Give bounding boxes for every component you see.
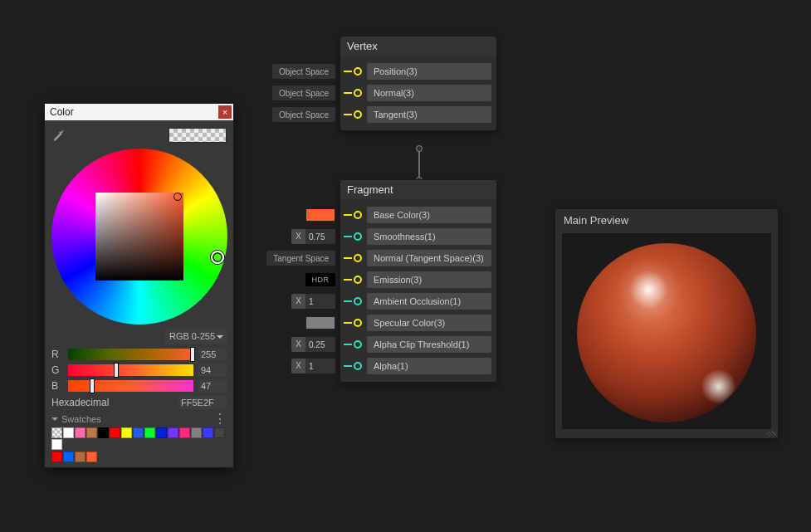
swatch[interactable]: [110, 427, 120, 438]
swatches-toggle[interactable]: Swatches: [51, 414, 101, 424]
input-label: Normal(3): [367, 85, 491, 101]
swatch[interactable]: [75, 427, 85, 438]
swatch[interactable]: [51, 451, 62, 462]
r-input[interactable]: [198, 348, 227, 361]
float-field[interactable]: X: [291, 359, 335, 373]
float-label: X: [291, 337, 305, 352]
swatch[interactable]: [214, 427, 225, 438]
input-external: Object Space: [272, 107, 335, 122]
swatches-grid: [51, 427, 227, 462]
b-input[interactable]: [198, 379, 227, 393]
input-label: Ambient Occlusion(1): [367, 293, 491, 310]
swatch[interactable]: [51, 427, 62, 438]
float-label: X: [291, 359, 305, 373]
swatch[interactable]: [179, 427, 190, 438]
fragment-title[interactable]: Fragment: [340, 180, 496, 199]
input-port[interactable]: [354, 276, 362, 284]
fragment-node[interactable]: Fragment Base Color(3)XSmoothness(1)Tang…: [340, 179, 497, 383]
float-field[interactable]: X: [291, 229, 335, 244]
input-port[interactable]: [354, 340, 362, 349]
g-input[interactable]: [198, 364, 227, 377]
swatch[interactable]: [86, 427, 97, 438]
color-picker-title: Color: [50, 106, 74, 118]
input-external: X: [291, 359, 335, 373]
swatch[interactable]: [98, 427, 109, 438]
port-wire: [342, 274, 354, 286]
space-pill[interactable]: Object Space: [272, 64, 335, 79]
swatch[interactable]: [144, 427, 155, 438]
color-swatch[interactable]: [305, 208, 335, 222]
main-preview-panel[interactable]: Main Preview: [555, 208, 779, 439]
port-wire: [342, 295, 354, 307]
float-input[interactable]: [305, 294, 335, 309]
swatch[interactable]: [51, 439, 62, 450]
connector-port-top[interactable]: [416, 145, 423, 152]
float-label: X: [291, 229, 305, 244]
swatch[interactable]: [75, 451, 85, 462]
channel-row-g: G: [51, 364, 227, 377]
b-label: B: [51, 380, 63, 392]
swatch[interactable]: [133, 427, 144, 438]
preview-sphere: [569, 233, 765, 429]
input-label: Tangent(3): [367, 106, 491, 123]
input-port[interactable]: [354, 110, 362, 119]
float-input[interactable]: [305, 229, 335, 244]
space-pill[interactable]: Tangent Space: [266, 251, 335, 266]
vertex-title[interactable]: Vertex: [340, 37, 496, 56]
eyedropper-icon[interactable]: [51, 128, 66, 143]
node-input-row: XAlpha Clip Threshold(1): [340, 335, 496, 354]
input-port[interactable]: [354, 232, 362, 241]
swatch[interactable]: [63, 427, 74, 438]
swatch[interactable]: [203, 427, 213, 438]
r-slider[interactable]: [68, 349, 193, 360]
input-port[interactable]: [354, 362, 362, 370]
b-slider[interactable]: [68, 380, 193, 392]
input-port[interactable]: [354, 319, 362, 327]
swatch[interactable]: [191, 427, 202, 438]
color-picker-titlebar[interactable]: Color ×: [45, 104, 233, 120]
color-mode-dropdown[interactable]: RGB 0-255: [164, 329, 227, 344]
space-pill[interactable]: Object Space: [272, 107, 335, 122]
space-pill[interactable]: Object Space: [272, 85, 335, 100]
sv-cursor[interactable]: [173, 193, 182, 201]
swatch[interactable]: [121, 427, 132, 438]
input-label: Alpha Clip Threshold(1): [367, 336, 491, 353]
resize-grip-icon[interactable]: [766, 432, 776, 437]
input-label: Base Color(3): [367, 207, 491, 223]
saturation-value-box[interactable]: [95, 193, 183, 281]
port-wire: [342, 360, 354, 372]
hue-cursor[interactable]: [211, 251, 224, 264]
swatch[interactable]: [63, 451, 74, 462]
float-input[interactable]: [305, 359, 335, 373]
swatches-menu-icon[interactable]: ⋮: [213, 416, 227, 422]
input-external: Tangent Space: [266, 251, 335, 266]
color-swatch[interactable]: [305, 316, 335, 329]
input-port[interactable]: [354, 211, 362, 219]
g-slider[interactable]: [68, 364, 193, 376]
chevron-down-icon: [51, 417, 58, 424]
input-port[interactable]: [354, 297, 362, 305]
input-port[interactable]: [354, 67, 362, 76]
port-wire: [342, 87, 354, 99]
preview-title[interactable]: Main Preview: [555, 209, 778, 232]
port-wire: [342, 317, 354, 329]
close-icon[interactable]: ×: [218, 105, 232, 119]
input-external: Object Space: [272, 64, 335, 79]
vertex-node[interactable]: Vertex Object SpacePosition(3)Object Spa…: [340, 36, 497, 131]
port-wire: [342, 66, 354, 77]
swatch[interactable]: [86, 451, 97, 462]
current-color-swatch[interactable]: [169, 128, 227, 143]
float-input[interactable]: [305, 337, 335, 352]
node-input-row: XAmbient Occlusion(1): [340, 292, 496, 310]
input-port[interactable]: [354, 254, 362, 262]
color-wheel[interactable]: [51, 149, 227, 325]
input-port[interactable]: [354, 89, 362, 97]
swatch[interactable]: [156, 427, 167, 438]
swatch[interactable]: [168, 427, 178, 438]
hex-input[interactable]: [178, 396, 227, 409]
input-external: Object Space: [272, 85, 335, 100]
preview-viewport[interactable]: [562, 233, 771, 429]
float-field[interactable]: X: [291, 337, 335, 352]
hdr-swatch[interactable]: HDR: [305, 273, 335, 286]
float-field[interactable]: X: [291, 294, 335, 309]
